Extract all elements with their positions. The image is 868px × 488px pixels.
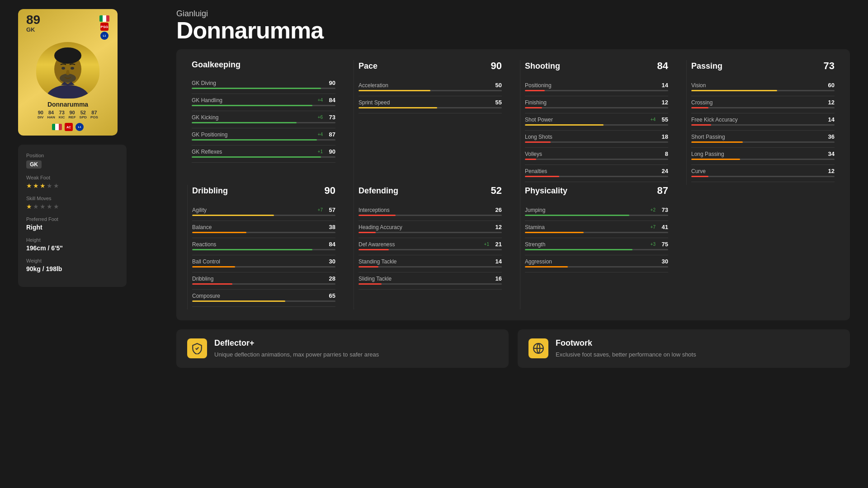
- stat-item: Penalties24: [525, 168, 668, 177]
- stat-delta: +6: [318, 115, 323, 120]
- stat-divider: [525, 221, 668, 221]
- stat-bar: [525, 266, 668, 267]
- stat-divider: [192, 145, 335, 145]
- card-stat-han-val: 84: [47, 110, 55, 115]
- stat-value: 26: [491, 206, 502, 213]
- stat-bar: [192, 156, 335, 158]
- weak-foot-stars: ★ ★ ★ ★ ★: [26, 182, 118, 189]
- star-5: ★: [53, 182, 59, 189]
- star-1: ★: [26, 182, 32, 189]
- stat-value: 60: [824, 82, 835, 89]
- stat-item: Long Passing34: [691, 150, 835, 160]
- stat-value: 16: [491, 275, 502, 282]
- stat-bar: [525, 215, 668, 216]
- stat-delta: +1: [484, 242, 489, 247]
- stat-divider: [192, 272, 335, 272]
- card-stat-ref-val: 90: [69, 110, 76, 115]
- stat-delta: +4: [318, 98, 323, 103]
- stat-value: 38: [325, 224, 335, 230]
- category-name: Physicality: [525, 186, 567, 196]
- stat-bar-fill: [691, 141, 743, 143]
- stat-name: Acceleration: [359, 82, 388, 89]
- card-stat-pos-lbl: POS: [90, 115, 98, 119]
- category-rating: 90: [491, 60, 502, 72]
- stat-divider: [691, 147, 835, 148]
- card-stat-kic-val: 73: [59, 110, 65, 115]
- category-rating: 87: [657, 185, 668, 197]
- stats-grid: GoalkeepingGK Diving90GK Handling+484GK …: [176, 49, 850, 320]
- stat-divider: [192, 162, 335, 163]
- player-info-panel: Position GK Weak Foot ★ ★ ★ ★ ★ Skill Mo…: [18, 145, 127, 287]
- card-stat-spd-val: 52: [80, 110, 87, 115]
- stat-item: Sliding Tackle16: [359, 275, 502, 285]
- trait-description: Exclusive foot saves, better performance…: [556, 351, 696, 359]
- stat-item: Positioning14: [525, 82, 668, 91]
- stat-bar: [192, 215, 335, 216]
- stat-name: GK Reflexes: [192, 149, 222, 155]
- stat-name: GK Kicking: [192, 114, 218, 121]
- stat-name: Vision: [691, 82, 706, 89]
- stat-item: Long Shots18: [525, 133, 668, 143]
- stat-name: GK Positioning: [192, 131, 227, 138]
- stat-bar-fill: [192, 105, 312, 106]
- stat-value: 50: [491, 82, 502, 89]
- category-passing: Passing73Vision60Crossing12Free Kick Acc…: [686, 60, 839, 185]
- stat-value: 28: [325, 275, 335, 282]
- card-stat-div-lbl: DIV: [38, 115, 43, 119]
- stat-divider: [192, 221, 335, 221]
- star-4: ★: [47, 182, 52, 189]
- stat-bar-fill: [192, 122, 297, 123]
- stat-divider: [525, 96, 668, 96]
- stat-name: Agility: [192, 207, 207, 213]
- stat-name: Aggression: [525, 258, 552, 265]
- stat-name: Long Shots: [525, 134, 552, 140]
- stat-divider: [525, 255, 668, 255]
- stat-item: Heading Accuracy12: [359, 224, 502, 233]
- stat-bar-fill: [192, 215, 274, 216]
- svg-point-3: [54, 47, 81, 64]
- card-stat-div-val: 90: [38, 110, 43, 115]
- height-label: Height: [26, 237, 118, 243]
- card-player-name: Donnarumma: [47, 101, 88, 108]
- stat-bar: [192, 105, 335, 106]
- stat-bar: [525, 249, 668, 250]
- stat-bar-fill: [359, 232, 376, 233]
- stat-item: Dribbling28: [192, 275, 335, 285]
- stat-bar: [192, 300, 335, 302]
- flag-italy-small: [52, 124, 62, 130]
- stat-value: 12: [824, 99, 835, 106]
- category-name: Goalkeeping: [192, 60, 241, 70]
- stat-bar-fill: [359, 283, 382, 285]
- trait-card-1: FootworkExclusive foot saves, better per…: [518, 329, 850, 368]
- player-header: Gianluigi Donnarumma: [176, 9, 850, 42]
- category-name: Passing: [691, 61, 722, 71]
- stat-value: 14: [491, 258, 502, 265]
- stat-value: 84: [325, 241, 335, 248]
- stat-divider: [691, 164, 835, 165]
- category-physicality: Physicality87Jumping+273Stamina+741Stren…: [520, 185, 673, 310]
- category-name: Defending: [359, 186, 398, 196]
- stat-item: GK Handling+484: [192, 97, 335, 106]
- stat-name: Jumping: [525, 207, 545, 213]
- skill-moves-label: Skill Moves: [26, 196, 118, 201]
- stat-name: Crossing: [691, 99, 712, 106]
- card-stat-ref-lbl: REF: [69, 115, 76, 119]
- stat-bar-fill: [525, 232, 584, 233]
- stat-value: 12: [824, 168, 835, 174]
- stat-bar-fill: [359, 249, 389, 250]
- stat-bar: [691, 124, 835, 126]
- stat-item: Stamina+741: [525, 224, 668, 233]
- stat-bar-fill: [192, 300, 285, 302]
- stat-bar-fill: [359, 107, 437, 108]
- italy-flag-icon: [99, 15, 109, 22]
- stat-value: 14: [824, 116, 835, 123]
- player-last-name: Donnarumma: [176, 19, 850, 42]
- stat-value: 14: [657, 82, 668, 89]
- skill-star-4: ★: [47, 203, 52, 210]
- stat-bar: [525, 124, 668, 126]
- stat-bar-fill: [192, 139, 317, 141]
- weak-foot-row: Weak Foot ★ ★ ★ ★ ★: [26, 175, 118, 189]
- stat-bar: [192, 122, 335, 123]
- stat-value: 90: [325, 80, 335, 86]
- stat-divider: [359, 238, 502, 238]
